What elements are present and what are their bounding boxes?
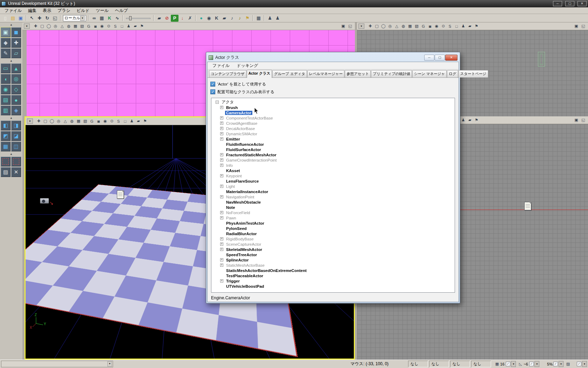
- float-viewport-icon[interactable]: ◱: [580, 117, 587, 123]
- kismet-icon[interactable]: K: [106, 15, 113, 22]
- realtime-icon[interactable]: ⊙: [105, 23, 112, 29]
- coordinate-system-combo[interactable]: ローカル: [63, 15, 86, 21]
- texture-align-mode-icon[interactable]: ✚: [11, 38, 21, 48]
- tree-item-label[interactable]: DecalActorBase: [225, 127, 256, 131]
- camera-mode-icon[interactable]: ▣: [1, 27, 10, 37]
- tree-item[interactable]: StaticMeshActorBasedOnExtremeContent: [216, 268, 455, 273]
- dialog-titlebar[interactable]: Actor クラス: [207, 53, 459, 62]
- camera-lock-icon[interactable]: ▰: [135, 118, 142, 124]
- menu-item[interactable]: 表示: [40, 7, 54, 14]
- viewport-type-combo[interactable]: [27, 118, 33, 124]
- tree-item[interactable]: PylonSeed: [216, 226, 455, 231]
- snap-enable-checkbox[interactable]: [577, 362, 581, 366]
- publish-icon[interactable]: P: [171, 15, 178, 22]
- collapse-icon[interactable]: [216, 101, 219, 104]
- camera-speed-slider[interactable]: [126, 15, 150, 21]
- lit-mode-icon[interactable]: ◎: [52, 23, 59, 29]
- tree-item[interactable]: FluidSurfaceActor: [216, 147, 455, 152]
- builder-spiral-stair-icon[interactable]: ◉: [1, 84, 10, 94]
- browser-tab[interactable]: コンテンツブラウザ: [209, 70, 246, 77]
- maximize-viewport-icon[interactable]: ▣: [340, 23, 346, 29]
- builder-cube-icon[interactable]: ▭: [1, 63, 10, 73]
- camera-icon[interactable]: ▰: [155, 15, 163, 22]
- tree-item[interactable]: KAsset: [216, 168, 455, 173]
- dialog-menu-item[interactable]: ファイル: [209, 62, 233, 69]
- tree-item[interactable]: PhysAnimTestActor: [216, 220, 455, 226]
- scale-mode-icon[interactable]: ◱: [51, 15, 59, 22]
- lit-mode-icon[interactable]: ◎: [387, 23, 393, 29]
- geometry-mode-icon[interactable]: ◼: [11, 27, 21, 37]
- map-check-icon[interactable]: ✗: [186, 15, 194, 22]
- chevron-down-icon[interactable]: [80, 16, 85, 21]
- menu-item[interactable]: ファイル: [1, 7, 25, 14]
- builder-sphere-icon[interactable]: ●: [11, 95, 21, 105]
- browser-tab[interactable]: プリミティブの統計値: [371, 70, 412, 77]
- builder-volumetric-icon[interactable]: ▥: [1, 105, 10, 115]
- tree-item-label[interactable]: Info: [225, 163, 234, 168]
- show-flags-eye-icon[interactable]: ◉: [102, 118, 108, 124]
- expand-icon[interactable]: [220, 258, 223, 261]
- brush-clip-mode-icon[interactable]: ✎: [1, 48, 10, 58]
- menu-item[interactable]: ツール: [93, 7, 112, 14]
- realtime-audio-icon[interactable]: ♪: [236, 15, 244, 22]
- snap-dropdown[interactable]: [582, 361, 587, 367]
- realtime-icon[interactable]: ⊙: [108, 118, 115, 124]
- tree-item[interactable]: RigidBodyBase: [216, 236, 455, 241]
- save-map-icon[interactable]: ▣: [17, 15, 24, 22]
- wireframe-mode-icon[interactable]: ▢: [39, 23, 46, 29]
- tree-item-label[interactable]: GameCrowdInteractionPoint: [225, 158, 278, 162]
- expand-icon[interactable]: [220, 185, 223, 188]
- tree-item[interactable]: Light: [216, 184, 455, 189]
- builder-cone-icon[interactable]: ▲: [11, 63, 21, 73]
- slider-thumb[interactable]: [129, 16, 132, 20]
- menu-item[interactable]: 編集: [25, 7, 40, 14]
- snap-enable-checkbox[interactable]: [553, 362, 558, 366]
- csg-add-icon[interactable]: ◧: [1, 121, 10, 130]
- squint-mode-icon[interactable]: S: [447, 23, 453, 29]
- tree-item[interactable]: DynamicSMActor: [216, 131, 455, 136]
- detail-lighting-icon[interactable]: △: [59, 23, 65, 29]
- game-view-icon[interactable]: G: [85, 23, 92, 29]
- tree-item[interactable]: SceneCaptureActor: [216, 241, 455, 247]
- realtime-icon[interactable]: ⊙: [440, 23, 447, 29]
- brush-wireframe-icon[interactable]: ▦: [72, 23, 79, 29]
- unlit-mode-icon[interactable]: ◯: [46, 23, 52, 29]
- float-viewport-icon[interactable]: ◱: [580, 23, 587, 29]
- tree-item[interactable]: NavMeshObstacle: [216, 199, 455, 205]
- tree-item-label[interactable]: StaticMeshActorBase: [225, 263, 266, 267]
- maximize-viewport-icon[interactable]: ▣: [573, 23, 580, 29]
- mobile-preview-icon[interactable]: ▰: [220, 15, 228, 22]
- open-map-icon[interactable]: ▤: [9, 15, 17, 22]
- tree-item-label[interactable]: Keypoint: [225, 174, 243, 178]
- expand-icon[interactable]: [220, 174, 223, 177]
- maximize-button[interactable]: [565, 1, 574, 6]
- tree-item[interactable]: RadialBlurActor: [216, 231, 455, 236]
- translucency-toggle-icon[interactable]: ⊘: [163, 15, 171, 22]
- expand-icon[interactable]: [220, 216, 223, 219]
- tree-item[interactable]: SkeletalMeshActor: [216, 247, 455, 252]
- expand-icon[interactable]: [220, 279, 223, 282]
- tree-item-label[interactable]: KAsset: [225, 169, 241, 173]
- add-special-brush-icon[interactable]: ▦: [1, 142, 10, 151]
- menu-item[interactable]: ヘルプ: [112, 7, 131, 14]
- note-actor-sprite[interactable]: [524, 202, 531, 210]
- texture-density-icon[interactable]: ▧: [82, 118, 89, 124]
- minimize-button[interactable]: [553, 1, 562, 6]
- chevron-down-icon[interactable]: [107, 361, 112, 367]
- tree-item-label[interactable]: RigidBodyBase: [225, 237, 255, 241]
- expand-icon[interactable]: [220, 237, 223, 240]
- tree-item-label[interactable]: NavigationPoint: [225, 195, 255, 199]
- bookmark-icon[interactable]: ⚑: [139, 23, 145, 29]
- tree-item-label[interactable]: ComponentTestActorBase: [225, 116, 274, 120]
- lighting-only-icon[interactable]: ◍: [69, 118, 75, 124]
- tree-item[interactable]: Brush: [216, 105, 455, 110]
- tree-item[interactable]: MaterialInstanceActor: [216, 189, 455, 194]
- dialog-maximize-button[interactable]: [435, 55, 445, 61]
- tree-item-label[interactable]: SplineActor: [225, 258, 250, 262]
- wireframe-actor-sprite[interactable]: [538, 52, 545, 67]
- tree-item-label[interactable]: SkeletalMeshActor: [225, 247, 263, 252]
- checkbox[interactable]: [210, 89, 215, 94]
- detail-lighting-icon[interactable]: △: [62, 118, 69, 124]
- tree-item[interactable]: ComponentTestActorBase: [216, 115, 455, 121]
- expand-icon[interactable]: [220, 132, 223, 135]
